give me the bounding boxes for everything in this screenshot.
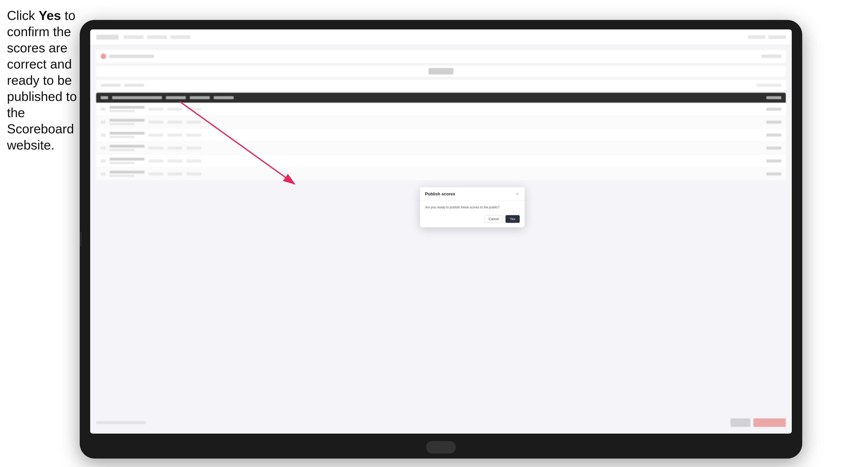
table-row <box>96 155 786 167</box>
table-row <box>96 129 786 142</box>
row-score-1 <box>149 173 163 176</box>
row-name-line1 <box>110 145 145 148</box>
row-total-score <box>766 108 781 111</box>
header-right-2 <box>768 35 786 39</box>
table-row <box>96 142 786 155</box>
row-number <box>101 133 105 136</box>
instruction-text: Click Yes to confirm the scores are corr… <box>7 7 79 153</box>
col-header-total <box>766 96 781 99</box>
row-name-cell <box>110 106 145 112</box>
tablet-screen: Publish scores × Are you ready to publis… <box>90 29 792 434</box>
row-score-2 <box>167 121 182 124</box>
row-name-cell <box>110 119 145 125</box>
modal-message: Are you ready to publish these scores to… <box>425 205 520 210</box>
row-total-score <box>766 147 781 150</box>
col-header-name <box>112 96 162 99</box>
row-name-cell <box>110 171 145 177</box>
app-logo <box>96 35 119 40</box>
col-header-score2 <box>190 96 210 99</box>
section-icon <box>101 54 106 59</box>
bottom-action-bar <box>96 417 786 429</box>
modal-title: Publish scores <box>425 192 455 197</box>
col-header-score1 <box>166 96 186 99</box>
filter-item-2 <box>124 84 144 87</box>
table-header <box>96 93 786 103</box>
row-score-3 <box>186 159 201 162</box>
col-header-num <box>101 96 108 99</box>
bottom-text <box>96 421 146 424</box>
cancel-button[interactable]: Cancel <box>484 215 503 223</box>
modal-footer: Cancel Yes <box>420 215 525 227</box>
row-total-score <box>766 133 781 136</box>
nav-item-2 <box>147 35 167 39</box>
publish-bar <box>96 66 786 77</box>
header-right <box>748 35 786 39</box>
app-content <box>90 45 792 434</box>
modal-dialog: Publish scores × Are you ready to publis… <box>420 187 525 227</box>
row-score-3 <box>186 121 201 124</box>
row-score-2 <box>167 133 182 136</box>
row-total-score <box>766 159 781 162</box>
row-total-score <box>766 173 781 176</box>
row-name-line2 <box>110 175 134 177</box>
row-name-line1 <box>110 119 145 122</box>
table-row <box>96 167 786 180</box>
modal-close-button[interactable]: × <box>515 192 520 197</box>
row-number <box>101 173 105 176</box>
modal-header: Publish scores × <box>420 187 525 200</box>
row-score-2 <box>167 173 182 176</box>
row-score-2 <box>167 147 182 150</box>
row-number <box>101 108 105 111</box>
filter-item-1 <box>101 84 121 87</box>
row-name-line1 <box>110 171 145 174</box>
tablet-home-bar <box>426 441 456 454</box>
tablet-side-button <box>80 232 82 247</box>
row-number <box>101 159 105 162</box>
app-background <box>90 29 792 434</box>
row-name-line2 <box>110 162 134 164</box>
table-row <box>96 103 786 116</box>
nav-item-3 <box>170 35 190 39</box>
row-name-line1 <box>110 158 145 160</box>
row-score-3 <box>186 147 201 150</box>
tablet-device: Publish scores × Are you ready to publis… <box>80 20 802 459</box>
table-row <box>96 116 786 129</box>
row-score-2 <box>167 159 182 162</box>
publish-button-ghost <box>429 68 454 74</box>
row-score-1 <box>149 133 163 136</box>
row-score-1 <box>149 108 163 111</box>
bottom-buttons <box>731 418 786 427</box>
row-number <box>101 121 105 124</box>
header-right-1 <box>748 35 765 39</box>
row-score-2 <box>167 108 182 111</box>
row-name-line1 <box>110 132 145 134</box>
row-name-cell <box>110 158 145 164</box>
filter-right <box>756 84 781 87</box>
row-score-3 <box>186 133 201 136</box>
row-score-1 <box>149 159 163 162</box>
modal-body: Are you ready to publish these scores to… <box>420 200 525 215</box>
row-number <box>101 147 105 150</box>
header-nav <box>124 35 190 39</box>
row-score-1 <box>149 147 163 150</box>
row-total-score <box>766 121 781 124</box>
app-header <box>90 29 792 45</box>
section-header <box>96 50 786 63</box>
filter-bar <box>96 80 786 91</box>
yes-button[interactable]: Yes <box>505 215 520 223</box>
row-name-line2 <box>110 136 134 138</box>
row-name-cell <box>110 145 145 151</box>
yes-emphasis: Yes <box>39 8 61 23</box>
row-name-line2 <box>110 123 134 125</box>
row-name-line2 <box>110 110 134 112</box>
nav-item-1 <box>124 35 144 39</box>
bottom-btn-primary <box>753 418 786 427</box>
row-name-cell <box>110 132 145 138</box>
col-header-score3 <box>214 96 234 99</box>
bottom-btn-outline <box>731 418 750 427</box>
row-score-1 <box>149 121 163 124</box>
row-score-3 <box>186 108 201 111</box>
row-name-line2 <box>110 149 134 151</box>
section-title <box>109 55 154 58</box>
row-score-3 <box>186 173 201 176</box>
